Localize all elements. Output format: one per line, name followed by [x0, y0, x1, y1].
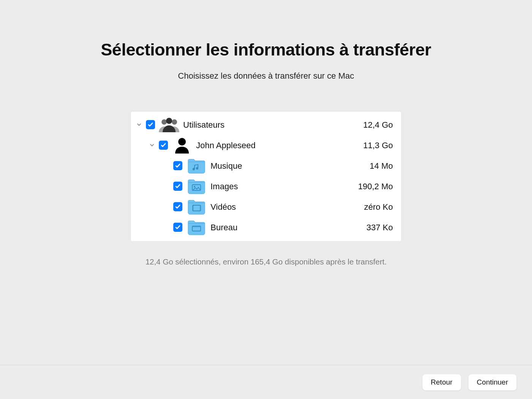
checkbox-desktop[interactable]	[173, 223, 182, 232]
tree-label: John Appleseed	[196, 140, 359, 150]
back-button[interactable]: Retour	[422, 374, 461, 391]
tree-row-users[interactable]: Utilisateurs 12,4 Go	[134, 114, 393, 135]
disclosure-icon[interactable]	[136, 122, 142, 128]
tree-label: Vidéos	[211, 201, 360, 212]
svg-point-1	[172, 119, 177, 125]
images-folder-icon	[186, 177, 207, 195]
footer-bar: Retour Continuer	[0, 365, 532, 399]
svg-point-5	[194, 186, 195, 187]
tree-label: Bureau	[211, 222, 363, 233]
tree-label: Utilisateurs	[183, 119, 359, 130]
checkbox-music[interactable]	[173, 161, 182, 170]
svg-point-2	[166, 118, 172, 124]
transfer-tree: Utilisateurs 12,4 Go John Appleseed 11,3…	[131, 111, 401, 241]
users-group-icon	[159, 116, 179, 134]
tree-size: 12,4 Go	[363, 119, 393, 130]
user-silhouette-icon	[172, 136, 192, 154]
tree-row-images[interactable]: Images 190,2 Mo	[134, 176, 393, 196]
svg-rect-10	[192, 226, 201, 227]
tree-row-videos[interactable]: Vidéos zéro Ko	[134, 196, 393, 217]
migration-assistant-window: Sélectionner les informations à transfér…	[0, 0, 532, 399]
svg-point-0	[162, 119, 167, 125]
checkbox-users[interactable]	[146, 120, 155, 129]
tree-row-john[interactable]: John Appleseed 11,3 Go	[134, 135, 393, 155]
tree-label: Images	[211, 181, 354, 192]
page-subtitle: Choisissez les données à transférer sur …	[178, 71, 354, 81]
tree-size: 14 Mo	[370, 160, 393, 171]
svg-point-3	[178, 138, 186, 146]
tree-size: 337 Ko	[366, 222, 393, 233]
checkbox-john[interactable]	[159, 141, 168, 150]
svg-rect-7	[193, 205, 194, 211]
tree-label: Musique	[211, 160, 366, 171]
page-title: Sélectionner les informations à transfér…	[101, 40, 431, 60]
selection-status: 12,4 Go sélectionnés, environ 165,4 Go d…	[146, 257, 387, 266]
music-folder-icon	[186, 157, 207, 175]
tree-size: zéro Ko	[364, 201, 393, 212]
checkbox-images[interactable]	[173, 182, 182, 191]
tree-row-desktop[interactable]: Bureau 337 Ko	[134, 217, 393, 238]
tree-size: 190,2 Mo	[358, 181, 393, 192]
checkbox-videos[interactable]	[173, 202, 182, 211]
disclosure-icon[interactable]	[149, 142, 155, 148]
videos-folder-icon	[186, 198, 207, 216]
tree-row-music[interactable]: Musique 14 Mo	[134, 155, 393, 176]
desktop-folder-icon	[186, 218, 207, 236]
continue-button[interactable]: Continuer	[468, 374, 517, 391]
svg-rect-8	[200, 205, 201, 211]
tree-size: 11,3 Go	[363, 140, 393, 150]
